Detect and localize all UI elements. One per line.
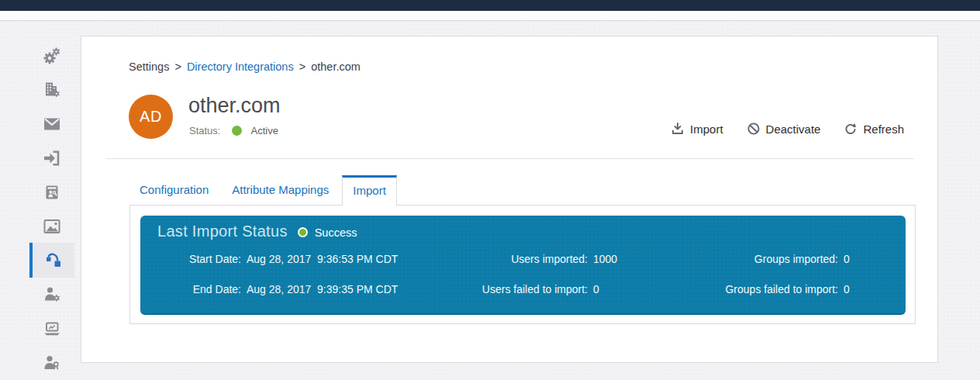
field-value: 0 xyxy=(844,283,850,295)
field-label: Start Date: xyxy=(140,253,241,265)
deactivate-icon xyxy=(747,122,761,136)
breadcrumb-separator: > xyxy=(174,60,181,73)
credentials-badge-icon xyxy=(42,182,62,202)
sidebar-item-mail[interactable] xyxy=(29,107,74,141)
breadcrumb-settings[interactable]: Settings xyxy=(129,60,169,73)
refresh-button[interactable]: Refresh xyxy=(844,122,904,136)
import-button-label: Import xyxy=(690,123,723,136)
sidebar-item-sign-in[interactable] xyxy=(29,141,74,175)
breadcrumb-directory-integrations[interactable]: Directory Integrations xyxy=(187,60,294,73)
field-label: Users imported: xyxy=(419,253,588,265)
field-label: Groups imported: xyxy=(660,253,838,265)
deactivate-button[interactable]: Deactivate xyxy=(747,122,821,136)
breadcrumb: Settings>Directory Integrations>other.co… xyxy=(129,60,361,73)
last-import-status-panel: Last Import Status Success Start Date: A… xyxy=(140,216,906,315)
sidebar-item-settings[interactable] xyxy=(29,39,74,73)
field-label: Groups failed to import: xyxy=(660,283,838,295)
groups-imported-field: Groups imported: 0 xyxy=(660,253,906,265)
status-value: Active xyxy=(250,125,278,136)
status-active-dot xyxy=(232,126,242,136)
device-monitor-icon xyxy=(42,319,62,339)
refresh-icon xyxy=(844,122,858,136)
settings-gears-icon xyxy=(42,46,62,66)
field-value: Aug 28, 2017 9:39:35 PM CDT xyxy=(247,283,398,295)
field-label: Users failed to import: xyxy=(419,283,588,295)
sidebar-item-devices[interactable] xyxy=(29,312,74,346)
header-strip xyxy=(0,11,980,21)
breadcrumb-separator: > xyxy=(299,60,305,73)
field-value: Aug 28, 2017 9:36:53 PM CDT xyxy=(247,253,398,265)
field-value: 0 xyxy=(844,253,850,265)
end-date-field: End Date: Aug 28, 2017 9:39:35 PM CDT xyxy=(140,283,419,295)
sidebar-item-credentials[interactable] xyxy=(29,175,74,209)
header-actions: Import Deactivate Refresh xyxy=(671,119,904,139)
success-dot-icon xyxy=(298,227,308,237)
field-label: End Date: xyxy=(140,283,241,295)
tab-import[interactable]: Import xyxy=(342,175,397,206)
panel-title: Last Import Status xyxy=(157,223,288,240)
status-row: Status: Active xyxy=(189,125,278,136)
start-date-field: Start Date: Aug 28, 2017 9:36:53 PM CDT xyxy=(140,253,419,265)
sidebar-item-branding[interactable] xyxy=(29,209,74,244)
sidebar-item-directory-integrations[interactable] xyxy=(29,243,74,278)
field-value: 0 xyxy=(593,283,599,295)
import-button[interactable]: Import xyxy=(671,122,723,136)
directory-integration-icon xyxy=(43,250,64,271)
users-failed-field: Users failed to import: 0 xyxy=(419,283,660,295)
main-content-card: Settings>Directory Integrations>other.co… xyxy=(81,36,938,363)
sign-in-icon xyxy=(42,148,62,168)
user-settings-icon xyxy=(42,285,62,305)
import-tab-panel: Last Import Status Success Start Date: A… xyxy=(129,205,916,324)
image-icon xyxy=(42,216,62,237)
sidebar-item-certification[interactable] xyxy=(29,346,74,380)
top-navigation-bar xyxy=(0,0,980,11)
panel-header: Last Import Status Success xyxy=(140,216,906,240)
page-title: other.com xyxy=(188,94,281,118)
panel-status-value: Success xyxy=(315,225,357,239)
sidebar-item-company[interactable] xyxy=(29,73,74,107)
field-value: 1000 xyxy=(593,253,617,265)
groups-failed-field: Groups failed to import: 0 xyxy=(660,283,906,295)
user-certification-icon xyxy=(42,353,62,373)
tab-attribute-mappings[interactable]: Attribute Mappings xyxy=(222,175,339,205)
sidebar-item-user-settings[interactable] xyxy=(29,278,74,312)
import-download-icon xyxy=(671,122,685,136)
status-label: Status: xyxy=(189,125,220,136)
breadcrumb-current: other.com xyxy=(311,60,361,73)
mail-icon xyxy=(42,114,62,134)
company-building-icon xyxy=(42,80,62,100)
header-divider xyxy=(106,158,914,159)
refresh-button-label: Refresh xyxy=(863,123,904,136)
avatar: AD xyxy=(129,95,173,139)
deactivate-button-label: Deactivate xyxy=(766,123,821,136)
sidebar xyxy=(29,39,74,380)
tab-configuration[interactable]: Configuration xyxy=(129,175,219,205)
tab-bar: Configuration Attribute Mappings Import xyxy=(129,175,400,205)
users-imported-field: Users imported: 1000 xyxy=(419,253,660,265)
import-stats-grid: Start Date: Aug 28, 2017 9:36:53 PM CDT … xyxy=(140,253,906,295)
